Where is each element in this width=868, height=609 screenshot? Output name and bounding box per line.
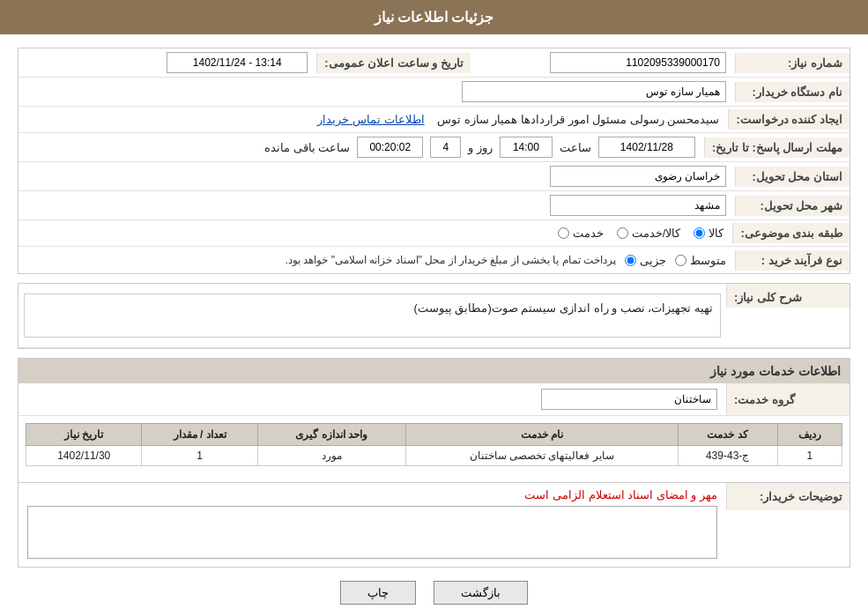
order-number-label: شماره نیاز: — [735, 53, 849, 73]
deadline-label: مهلت ارسال پاسخ: تا تاریخ: — [704, 137, 849, 158]
customer-label: نام دستگاه خریدار: — [735, 82, 849, 102]
table-row: 1 ج-43-439 سایر فعالیتهای تخصصی ساختنان … — [26, 446, 842, 466]
cell-date: 1402/11/30 — [26, 446, 142, 466]
deadline-days-input[interactable] — [430, 137, 461, 158]
category-khedmat-label: خدمت — [573, 227, 604, 240]
service-group-input[interactable] — [541, 389, 717, 410]
announce-date-label: تاریخ و ساعت اعلان عمومی: — [316, 53, 471, 73]
customer-input[interactable] — [462, 81, 726, 102]
service-section-title: اطلاعات خدمات مورد نیاز — [19, 359, 849, 383]
category-kala-khedmat-radio[interactable] — [617, 227, 628, 239]
category-kala-label: کالا — [708, 227, 723, 240]
purchase-jozi-radio[interactable] — [625, 255, 636, 266]
deadline-value: ساعت روز و ساعت باقی مانده — [19, 133, 704, 161]
city-label: شهر محل تحویل: — [735, 196, 849, 216]
back-button[interactable]: بازگشت — [434, 581, 528, 605]
deadline-remaining-input[interactable] — [357, 137, 423, 158]
cell-unit: مورد — [257, 446, 405, 466]
announce-date-input[interactable] — [167, 52, 308, 73]
customer-value — [19, 78, 735, 106]
buyer-note-textarea[interactable] — [27, 506, 717, 559]
services-table: ردیف کد خدمت نام خدمت واحد اندازه گیری ت… — [26, 423, 842, 466]
creator-label: ایجاد کننده درخواست: — [728, 109, 849, 130]
deadline-time-label: ساعت — [560, 141, 591, 154]
announce-date-value — [19, 48, 316, 77]
creator-link[interactable]: اطلاعات تماس خریدار — [317, 113, 424, 126]
action-buttons: بازگشت چاپ — [18, 581, 850, 605]
service-group-label: گروه خدمت: — [726, 383, 849, 415]
print-button[interactable]: چاپ — [340, 581, 416, 605]
col-rownum: ردیف — [777, 424, 842, 446]
deadline-date-input[interactable] — [598, 137, 695, 158]
col-quantity: تعداد / مقدار — [142, 424, 257, 446]
col-service-name: نام خدمت — [405, 424, 678, 446]
city-input[interactable] — [550, 195, 726, 216]
order-number-value — [471, 48, 735, 77]
purchase-motavasset-radio[interactable] — [675, 255, 686, 266]
deadline-remaining-label: ساعت باقی مانده — [264, 141, 350, 154]
col-unit: واحد اندازه گیری — [257, 424, 405, 446]
category-kala-radio[interactable] — [694, 227, 705, 239]
category-khedmat-radio[interactable] — [558, 227, 569, 239]
creator-value: سیدمحسن رسولی مسئول امور قراردادها همیار… — [19, 109, 728, 130]
description-value: تهیه تجهیزات، نصب و راه اندازی سیستم صوت… — [24, 293, 721, 338]
cell-service-name: سایر فعالیتهای تخصصی ساختنان — [405, 446, 678, 466]
buyer-note-label: توضیحات خریدار: — [726, 483, 849, 510]
cell-rownum: 1 — [777, 446, 842, 466]
purchase-jozi-label: جزیی — [640, 254, 666, 267]
buyer-note-value: مهر و امضای اسناد استعلام الزامی است — [19, 483, 726, 567]
province-input[interactable] — [550, 166, 726, 187]
service-group-value — [19, 383, 726, 415]
deadline-day-label: روز و — [468, 141, 493, 154]
cell-quantity: 1 — [142, 446, 257, 466]
category-label: طبقه بندی موضوعی: — [732, 223, 849, 243]
deadline-time-input[interactable] — [500, 137, 553, 158]
purchase-type-label: نوع فرآیند خرید : — [735, 250, 849, 271]
creator-name: سیدمحسن رسولی مسئول امور قراردادها همیار… — [437, 113, 719, 126]
order-number-input[interactable] — [550, 52, 726, 73]
purchase-note: پرداخت تمام یا بخشی از مبلغ خریدار از مح… — [286, 254, 616, 266]
description-label: شرح کلی نیاز: — [726, 284, 849, 308]
province-value — [19, 162, 735, 190]
buyer-note-text: مهر و امضای اسناد استعلام الزامی است — [27, 488, 717, 501]
purchase-type-value: متوسط جزیی پرداخت تمام یا بخشی از مبلغ خ… — [19, 250, 735, 271]
category-kala-khedmat-label: کالا/خدمت — [632, 227, 681, 240]
col-service-code: کد خدمت — [678, 424, 777, 446]
cell-service-code: ج-43-439 — [678, 446, 777, 466]
city-value — [19, 191, 735, 219]
province-label: استان محل تحویل: — [735, 167, 849, 187]
category-value: کالا کالا/خدمت خدمت — [19, 223, 732, 243]
col-date: تاریخ نیاز — [26, 424, 142, 446]
purchase-motavasset-label: متوسط — [690, 254, 726, 267]
page-title: جزئیات اطلاعات نیاز — [0, 0, 868, 34]
